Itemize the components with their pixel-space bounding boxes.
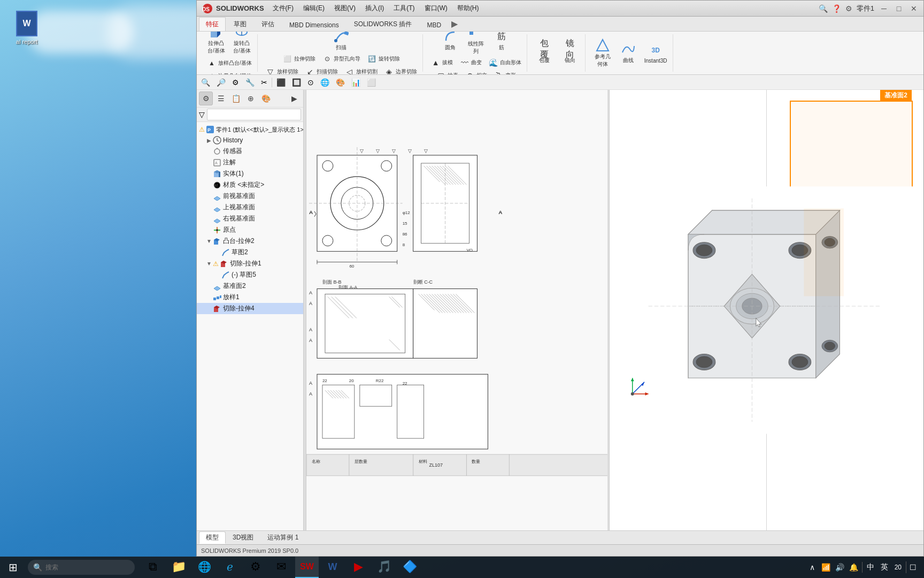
view-btn4[interactable]: 🔧: [243, 77, 257, 88]
maximize-button[interactable]: □: [894, 3, 904, 14]
taskbar-app-word[interactable]: W: [321, 557, 344, 578]
btn-deform[interactable]: 〽 变形: [491, 69, 518, 74]
view-btn6[interactable]: ⬛: [274, 77, 288, 88]
tray-notification[interactable]: 🔔: [848, 561, 860, 573]
tree-history[interactable]: ▶ History: [197, 135, 303, 146]
tray-volume[interactable]: 🔊: [834, 561, 846, 573]
panel-tab-featuretree[interactable]: ⚙: [199, 92, 213, 105]
menu-insert[interactable]: 插入(I): [361, 3, 388, 14]
btn-cut-extrude[interactable]: ⬜ 拉伸切除: [280, 52, 318, 65]
btn-cut-loft2[interactable]: ◁ 放样切割: [342, 65, 380, 74]
tray-eng[interactable]: 英: [879, 561, 890, 573]
btn-revolve[interactable]: 旋转凸台/基体: [230, 32, 253, 56]
btn-wrap[interactable]: 包覆 包覆: [533, 41, 556, 65]
tree-sketch5[interactable]: (-) 草图5: [197, 269, 303, 280]
taskbar-app-edge[interactable]: 🌐: [192, 557, 216, 578]
tree-material[interactable]: 材 材质 <未指定>: [197, 179, 303, 191]
btn-freeform[interactable]: 🌊 自由形体: [486, 56, 523, 69]
btn-instant3d[interactable]: 3D Instant3D: [642, 42, 669, 65]
tree-top-plane[interactable]: 上视基准面: [197, 202, 303, 213]
tab-sketch[interactable]: 草图: [227, 17, 253, 31]
btn-cut-revolve[interactable]: 🔃 旋转切除: [365, 52, 402, 65]
btn-flex[interactable]: 〰 曲变: [457, 56, 484, 69]
menu-file[interactable]: 文件(F): [268, 3, 298, 14]
viewport-resize-handle[interactable]: [607, 90, 610, 530]
btn-cut-sweep[interactable]: ↙ 扫描切除: [303, 65, 340, 74]
minimize-button[interactable]: ─: [879, 3, 889, 14]
btn-sweep[interactable]: 扫描: [329, 32, 353, 52]
taskbar-app-settings[interactable]: ⚙: [244, 557, 267, 578]
tree-right-plane[interactable]: 右视基准面: [197, 213, 303, 224]
taskbar-app-media[interactable]: ▶: [346, 557, 370, 578]
btn-rib[interactable]: 筋 筋: [490, 32, 513, 52]
view-btn7[interactable]: 🔲: [290, 77, 303, 88]
taskbar-app-mail[interactable]: ✉: [270, 557, 293, 578]
taskbar-search-input[interactable]: [45, 564, 120, 571]
tray-keyboard[interactable]: 中: [865, 561, 876, 573]
show-desktop-btn[interactable]: ☐: [906, 561, 918, 573]
tree-boss-extrude2[interactable]: ▼ 凸台-拉伸2: [197, 235, 303, 247]
taskbar-clock[interactable]: 20: [895, 563, 902, 572]
btn-mirror[interactable]: 镜向 镜向: [558, 41, 582, 65]
tab-evaluate[interactable]: 评估: [255, 17, 281, 31]
btn-boss-extrude[interactable]: 拉伸凸台/基体: [204, 32, 228, 56]
btn-reference-geom[interactable]: 参考几何体: [591, 37, 614, 69]
menu-window[interactable]: 窗口(W): [420, 3, 452, 14]
menu-edit[interactable]: 编辑(E): [299, 3, 329, 14]
view-btn12[interactable]: ⬜: [365, 77, 378, 88]
tray-network[interactable]: 📶: [820, 561, 832, 573]
btn-curve[interactable]: 曲线: [617, 41, 640, 65]
taskbar-app-green[interactable]: 🎵: [372, 557, 396, 578]
btn-loft[interactable]: ▲ 放样凸台/基体: [204, 57, 254, 70]
view-btn9[interactable]: 🌐: [318, 77, 332, 88]
bottom-tab-3d[interactable]: 3D视图: [226, 531, 260, 544]
menu-help[interactable]: 帮助(H): [453, 3, 483, 14]
btn-fillet[interactable]: 圆角: [438, 32, 462, 52]
taskbar-app-explorer[interactable]: 📁: [167, 557, 190, 578]
bottom-tab-model[interactable]: 模型: [199, 531, 226, 544]
tree-root[interactable]: ⚠ P 零件1 (默认<<默认>_显示状态 1>: [197, 124, 303, 135]
menu-view[interactable]: 视图(V): [330, 3, 360, 14]
taskbar-app-ie[interactable]: ℯ: [218, 557, 242, 578]
tab-mbd[interactable]: MBD: [420, 19, 448, 31]
filter-input[interactable]: [207, 109, 301, 120]
btn-shell[interactable]: ▢ 抽壳: [434, 69, 460, 74]
btn-boundary[interactable]: ◈ 边界凸台/基体: [204, 70, 254, 74]
view-btn2[interactable]: 🔎: [214, 77, 228, 88]
panel-tab-dim[interactable]: ⊕: [244, 92, 258, 105]
tree-sensors[interactable]: 传感器: [197, 146, 303, 157]
tree-solid[interactable]: 实体(1): [197, 168, 303, 179]
tree-front-plane[interactable]: 前视基准面: [197, 191, 303, 202]
bottom-tab-motion[interactable]: 运动算例 1: [260, 531, 305, 544]
view-btn11[interactable]: 📊: [349, 77, 363, 88]
panel-tab-config[interactable]: 📋: [229, 92, 243, 105]
panel-tab-propertymanager[interactable]: ☰: [214, 92, 228, 105]
btn-draft[interactable]: ▲ 拔模: [428, 56, 455, 69]
tray-chevron[interactable]: ∧: [806, 561, 818, 573]
tree-ref-plane2[interactable]: 基准面2: [197, 280, 303, 292]
tree-cut-extrude4[interactable]: 切除-拉伸4: [197, 303, 303, 314]
menu-tools[interactable]: 工具(T): [389, 3, 419, 14]
tree-sketch2[interactable]: 草图2: [197, 247, 303, 258]
btn-cut-loft[interactable]: ▽ 放样切除: [263, 65, 301, 74]
view-search-btn[interactable]: 🔍: [199, 77, 212, 88]
panel-tab-appearance[interactable]: 🎨: [259, 92, 273, 105]
tab-mbd-dimensions[interactable]: MBD Dimensions: [282, 19, 346, 31]
ribbon-more[interactable]: ▶: [451, 19, 458, 29]
btn-hole-wizard[interactable]: ⊙ 异型孔向导: [320, 52, 363, 65]
tree-cut-extrude1[interactable]: ▼ ⚠ 切除-拉伸1: [197, 258, 303, 269]
view-btn3[interactable]: ⚙: [230, 77, 241, 88]
tree-notes[interactable]: A 注解: [197, 157, 303, 168]
tree-pattern1[interactable]: 放样1: [197, 292, 303, 303]
tab-sw-addins[interactable]: SOLIDWORKS 插件: [347, 17, 419, 31]
taskbar-app-taskview[interactable]: ⧉: [141, 557, 165, 578]
taskbar-app-solidworks[interactable]: SW: [295, 557, 319, 578]
tree-origin[interactable]: 原点: [197, 224, 303, 235]
desktop-icon-word[interactable]: W al report: [5, 11, 48, 45]
btn-boundary-cut[interactable]: ◈ 边界切除: [382, 65, 419, 74]
view-btn10[interactable]: 🎨: [334, 77, 347, 88]
btn-linear-pattern[interactable]: 线性阵列: [464, 32, 488, 56]
close-button[interactable]: ✕: [908, 3, 919, 14]
view-btn8[interactable]: ⊙: [305, 77, 316, 88]
view-btn5[interactable]: ✂: [259, 77, 270, 88]
